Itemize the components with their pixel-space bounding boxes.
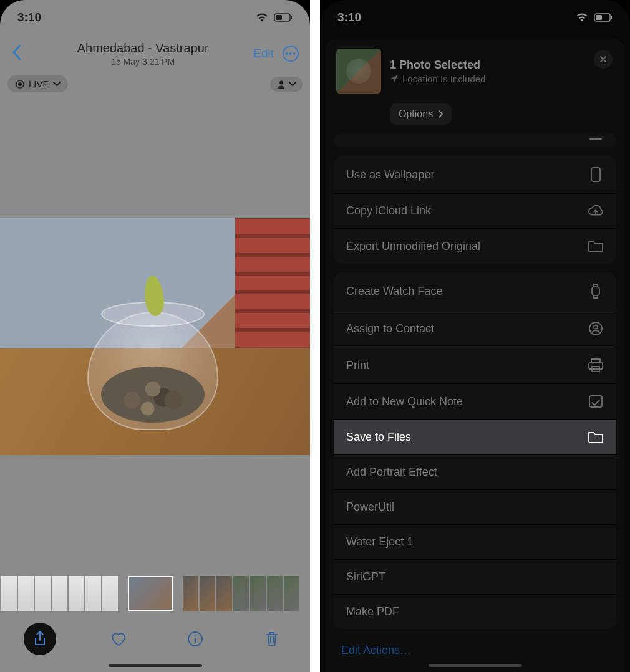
bottom-toolbar [0, 617, 310, 661]
thumbnail[interactable] [35, 576, 51, 611]
selected-thumbnail[interactable] [336, 49, 381, 94]
thumbnail[interactable] [267, 576, 283, 611]
action-row[interactable]: Print [334, 347, 616, 383]
action-row[interactable] [334, 133, 616, 147]
action-row[interactable]: Export Unmodified Original [334, 228, 616, 264]
thumbnail[interactable] [284, 576, 299, 611]
action-row[interactable]: Water Eject 1 [334, 524, 616, 559]
wifi-icon [255, 12, 269, 22]
chevron-down-icon [53, 81, 61, 87]
home-indicator[interactable] [429, 664, 522, 667]
more-button[interactable]: ••• [283, 46, 299, 62]
location-title: Ahmedabad - Vastrapur [32, 41, 253, 55]
photo-chips: LIVE [0, 73, 310, 98]
action-list: Use as WallpaperCopy iCloud LinkExport U… [326, 133, 624, 629]
home-indicator[interactable] [109, 664, 202, 667]
share-sheet: 1 Photo Selected Location Is Included Op… [326, 39, 624, 672]
chevron-down-icon [289, 81, 296, 87]
folder-icon [588, 239, 604, 253]
selected-title: 1 Photo Selected [390, 59, 485, 72]
thumbnail[interactable] [52, 576, 67, 611]
share-icon [32, 630, 47, 648]
action-row[interactable]: Use as Wallpaper [334, 156, 616, 193]
person-icon [276, 79, 286, 89]
action-label: Add Portrait Effect [346, 466, 437, 479]
phone-icon [588, 166, 604, 183]
action-group: Use as WallpaperCopy iCloud LinkExport U… [334, 156, 616, 264]
action-label: Save to Files [346, 431, 411, 444]
status-indicators [575, 12, 613, 22]
close-button[interactable] [594, 50, 613, 69]
thumbnail[interactable] [85, 576, 101, 611]
action-row[interactable]: Add Portrait Effect [334, 454, 616, 489]
wifi-icon [575, 12, 589, 22]
action-row[interactable]: Assign to Contact [334, 310, 616, 347]
info-button[interactable] [181, 625, 210, 653]
people-chip[interactable] [270, 77, 303, 92]
svg-rect-11 [611, 16, 612, 19]
location-line: Location Is Included [390, 74, 485, 84]
live-icon [15, 79, 25, 89]
action-row[interactable]: SiriGPT [334, 559, 616, 594]
location-icon [390, 74, 399, 83]
thumbnail[interactable] [69, 576, 84, 611]
cloud-link-icon [588, 205, 604, 218]
action-group [334, 133, 616, 147]
action-label: Assign to Contact [346, 322, 434, 335]
svg-rect-18 [589, 363, 603, 369]
action-row[interactable]: PowerUtil [334, 489, 616, 524]
status-indicators [255, 12, 293, 22]
thumbnail[interactable] [102, 576, 118, 611]
live-badge[interactable]: LIVE [7, 75, 68, 92]
close-icon [599, 55, 608, 64]
thumbnail[interactable] [233, 576, 249, 611]
action-label: Add to New Quick Note [346, 395, 463, 408]
action-row[interactable]: Save to Files [334, 419, 616, 454]
status-bar: 3:10 [0, 0, 310, 34]
printer-icon [588, 358, 604, 373]
delete-button[interactable] [258, 625, 286, 653]
action-label: Water Eject 1 [346, 535, 413, 549]
svg-point-16 [594, 325, 598, 329]
thumbnail[interactable] [216, 576, 232, 611]
svg-rect-10 [596, 15, 602, 20]
svg-rect-14 [592, 287, 599, 295]
folder-icon [588, 430, 604, 444]
action-label: SiriGPT [346, 570, 385, 583]
action-row[interactable]: Make PDF [334, 594, 616, 629]
photo-title-block[interactable]: Ahmedabad - Vastrapur 15 May 3:21 PM [32, 41, 253, 67]
thumbnail[interactable] [1, 576, 17, 611]
thumbnail[interactable] [18, 576, 34, 611]
edit-button[interactable]: Edit [253, 47, 274, 60]
photo-viewer[interactable] [0, 218, 310, 455]
battery-icon [594, 13, 613, 22]
thumbnail[interactable] [250, 576, 266, 611]
svg-rect-13 [591, 168, 600, 181]
action-label: Copy iCloud Link [346, 204, 431, 218]
battery-icon [274, 13, 293, 22]
action-label: Make PDF [346, 605, 399, 618]
back-button[interactable] [11, 44, 32, 64]
thumbnail-strip[interactable] [0, 576, 310, 611]
photos-app-left-screen: 3:10 Ahmedabad - Vastrapur 15 May 3:21 P… [0, 0, 310, 672]
status-bar: 3:10 [320, 0, 630, 34]
thumbnail-current[interactable] [128, 576, 173, 611]
heart-icon [110, 631, 127, 647]
share-button[interactable] [24, 623, 56, 655]
nav-bar: Ahmedabad - Vastrapur 15 May 3:21 PM Edi… [0, 34, 310, 73]
action-label: Export Unmodified Original [346, 240, 480, 253]
thumbnail[interactable] [183, 576, 198, 611]
svg-point-7 [194, 635, 196, 637]
contact-icon [588, 321, 604, 336]
svg-rect-1 [276, 15, 282, 20]
chevron-right-icon [438, 110, 443, 118]
thumbnail[interactable] [200, 576, 215, 611]
options-button[interactable]: Options [390, 103, 452, 125]
action-row[interactable]: Create Watch Face [334, 272, 616, 310]
status-time: 3:10 [337, 11, 361, 24]
action-label: Use as Wallpaper [346, 168, 434, 181]
action-row[interactable]: Copy iCloud Link [334, 193, 616, 228]
watch-icon [588, 283, 604, 299]
action-row[interactable]: Add to New Quick Note [334, 383, 616, 419]
favorite-button[interactable] [104, 625, 133, 653]
